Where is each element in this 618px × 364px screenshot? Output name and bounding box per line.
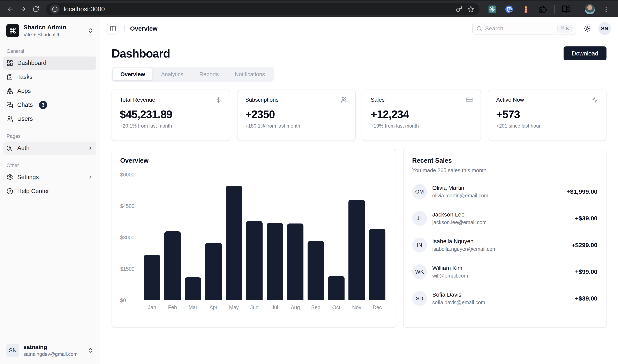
key-icon — [456, 6, 462, 13]
browser-toolbar: localhost:3000 — [0, 0, 618, 17]
search-input[interactable] — [485, 25, 554, 32]
x-axis-label: Feb — [164, 304, 181, 310]
reading-list-icon[interactable] — [561, 4, 572, 14]
x-axis-label: Oct — [328, 304, 344, 310]
sale-name: Olivia Martin — [432, 185, 488, 191]
grid-extension-icon[interactable] — [487, 4, 498, 14]
download-button[interactable]: Download — [564, 46, 606, 60]
search-box[interactable]: ⌘ K — [472, 23, 576, 35]
sidebar-group-label-other: Other — [7, 162, 93, 168]
sidebar-item-label: Settings — [17, 174, 39, 181]
tab-overview[interactable]: Overview — [113, 68, 152, 80]
bar-feb — [164, 231, 181, 300]
browser-forward-button[interactable] — [17, 3, 29, 15]
tab-analytics[interactable]: Analytics — [154, 68, 191, 80]
sale-amount: +$39.00 — [575, 215, 597, 222]
sidebar-item-label: Tasks — [17, 74, 32, 80]
sidebar-item-help-center[interactable]: Help Center — [3, 185, 96, 198]
password-manager-icon[interactable] — [504, 4, 514, 14]
x-axis-label: Jun — [246, 304, 263, 310]
sun-icon — [584, 25, 591, 32]
sidebar-item-apps[interactable]: Apps — [3, 84, 96, 98]
sale-email: sofia.davis@email.com — [432, 299, 485, 305]
address-bar[interactable]: localhost:3000 — [46, 3, 480, 15]
chevrons-up-down-icon — [88, 348, 93, 353]
browser-profile-avatar[interactable] — [584, 4, 595, 15]
auth-icon — [7, 145, 13, 151]
sidebar-item-label: Chats — [17, 102, 33, 108]
info-icon — [52, 6, 58, 12]
settings-icon — [7, 174, 13, 181]
tab-reports[interactable]: Reports — [192, 68, 226, 80]
sale-avatar: OM — [412, 184, 427, 199]
activity-icon — [592, 97, 598, 103]
menu-dots-icon — [603, 6, 610, 13]
stat-change: +180.1% from last month — [245, 123, 347, 129]
x-axis-label: Nov — [348, 304, 365, 310]
overview-chart-card: Overview $6000$4500$3000$1500$0 JanFebMa… — [112, 149, 396, 328]
y-axis-tick: $0 — [120, 298, 126, 303]
command-icon — [9, 27, 16, 34]
tasks-icon — [7, 74, 13, 80]
bar-oct — [328, 276, 344, 300]
help-icon — [7, 188, 13, 195]
x-axis-label: Dec — [369, 304, 385, 310]
sale-amount: +$1,999.00 — [566, 188, 597, 195]
team-switcher[interactable]: Shadcn Admin Vite + ShadcnUI — [3, 21, 96, 40]
browser-back-button[interactable] — [4, 3, 16, 15]
profile-menu-button[interactable]: SN — [598, 22, 611, 35]
sale-row-william-kim: WK William Kim will@email.com +$99.00 — [412, 264, 597, 279]
bookmark-star-button[interactable] — [466, 4, 475, 14]
user-avatar: SN — [6, 344, 19, 357]
toolbar-divider — [554, 5, 555, 13]
x-axis-label: Aug — [287, 304, 303, 310]
x-axis-label: Mar — [185, 304, 201, 310]
sidebar-toggle-button[interactable] — [107, 23, 119, 35]
user-name: satnaing — [23, 344, 84, 351]
sidebar-item-label: Dashboard — [17, 60, 46, 66]
password-key-button[interactable] — [454, 4, 464, 14]
url-text: localhost:3000 — [64, 6, 105, 13]
stat-title: Total Revenue — [120, 97, 155, 103]
dashboard-tabs: OverviewAnalyticsReportsNotifications — [112, 67, 274, 82]
extensions-puzzle-icon[interactable] — [538, 4, 548, 14]
bar-jan — [144, 255, 160, 300]
stat-card-subscriptions: Subscriptions +2350 +180.1% from last mo… — [237, 90, 356, 141]
sale-name: Jackson Lee — [432, 211, 487, 218]
dashboard-content: Dashboard Download OverviewAnalyticsRepo… — [100, 40, 618, 364]
toolbar-divider — [578, 5, 578, 13]
bar-apr — [205, 243, 222, 300]
chart-y-axis: $6000$4500$3000$1500$0 — [120, 175, 142, 300]
sidebar-group-label-pages: Pages — [7, 133, 93, 139]
chart-title: Overview — [120, 157, 387, 164]
chart-bars — [142, 175, 387, 300]
browser-menu-button[interactable] — [602, 4, 611, 14]
sale-row-jackson-lee: JL Jackson Lee jackson.lee@email.com +$3… — [412, 211, 597, 226]
browser-refresh-button[interactable] — [30, 3, 41, 15]
sidebar-item-dashboard[interactable]: Dashboard — [3, 56, 96, 70]
sidebar-item-chats[interactable]: Chats3 — [3, 98, 96, 112]
theme-toggle-button[interactable] — [582, 24, 592, 34]
stat-value: +12,234 — [371, 108, 473, 121]
sidebar-user-button[interactable]: SN satnaing satnaingdev@gmail.com — [3, 341, 96, 360]
sidebar: Shadcn Admin Vite + ShadcnUI General Das… — [0, 17, 100, 364]
sidebar-item-label: Help Center — [17, 188, 49, 195]
panel-left-icon — [110, 26, 116, 32]
sidebar-item-auth[interactable]: Auth — [3, 142, 96, 155]
forward-icon — [20, 6, 26, 13]
credit-card-icon — [466, 97, 473, 103]
lighthouse-icon[interactable] — [521, 4, 531, 14]
refresh-icon — [32, 6, 39, 13]
sale-row-isabella-nguyen: IN Isabella Nguyen isabella.nguyen@email… — [412, 238, 597, 252]
bar-jun — [246, 221, 263, 300]
stat-title: Active Now — [496, 97, 524, 103]
team-plan: Vite + ShadcnUI — [23, 32, 84, 38]
sidebar-item-users[interactable]: Users — [3, 112, 96, 126]
site-info-button[interactable] — [50, 4, 60, 14]
sidebar-item-tasks[interactable]: Tasks — [3, 70, 96, 84]
tab-notifications[interactable]: Notifications — [227, 68, 272, 80]
y-axis-tick: $6000 — [120, 172, 135, 178]
sidebar-item-settings[interactable]: Settings — [3, 171, 96, 184]
header-divider — [124, 25, 125, 32]
stat-value: $45,231.89 — [120, 108, 222, 121]
